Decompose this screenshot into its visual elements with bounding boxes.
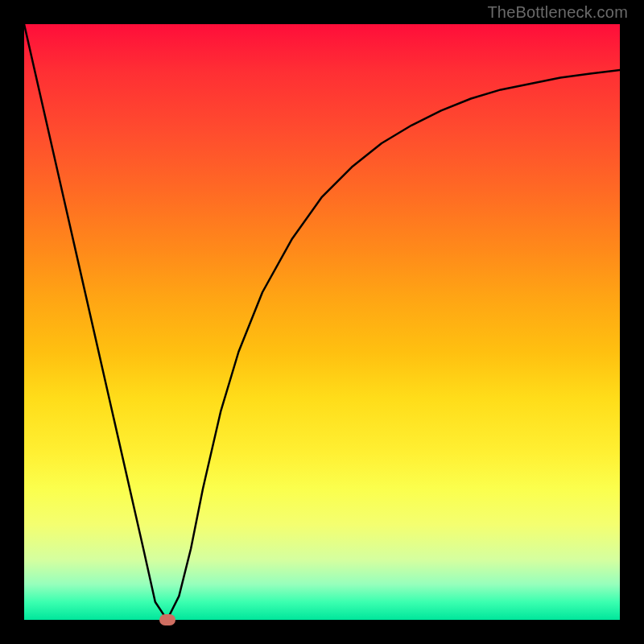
bottleneck-curve bbox=[24, 24, 620, 620]
chart-frame: TheBottleneck.com bbox=[0, 0, 644, 644]
watermark-text: TheBottleneck.com bbox=[487, 3, 628, 22]
plot-area bbox=[24, 24, 620, 620]
minimum-marker bbox=[159, 614, 175, 625]
